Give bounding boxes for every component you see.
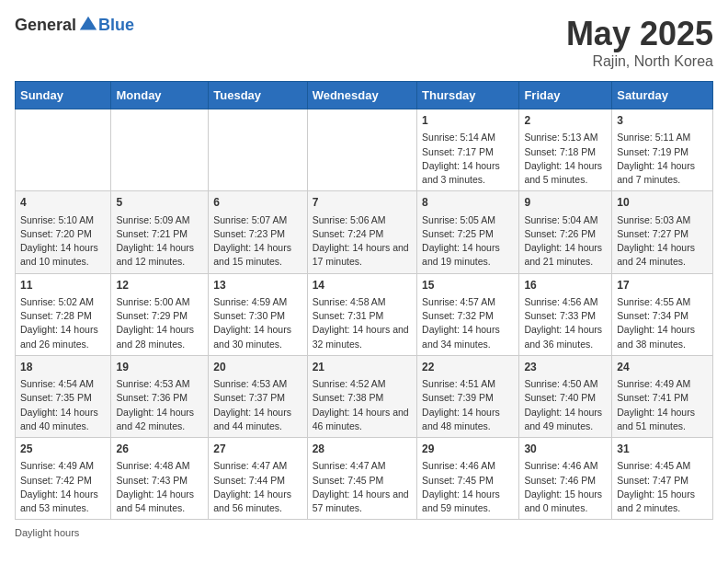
day-number: 5 [116, 195, 203, 211]
day-number: 23 [524, 360, 607, 375]
column-header-saturday: Saturday [612, 82, 713, 109]
calendar-cell: 27Sunrise: 4:47 AM Sunset: 7:44 PM Dayli… [209, 438, 307, 520]
day-info: Sunrise: 4:53 AM Sunset: 7:37 PM Dayligh… [213, 377, 301, 433]
location-title: Rajin, North Korea [566, 53, 713, 70]
logo-icon [78, 15, 98, 35]
calendar-cell: 20Sunrise: 4:53 AM Sunset: 7:37 PM Dayli… [209, 355, 307, 437]
day-info: Sunrise: 4:56 AM Sunset: 7:33 PM Dayligh… [524, 295, 607, 351]
calendar-table: SundayMondayTuesdayWednesdayThursdayFrid… [15, 81, 713, 520]
calendar-cell: 5Sunrise: 5:09 AM Sunset: 7:21 PM Daylig… [111, 191, 209, 273]
day-info: Sunrise: 4:49 AM Sunset: 7:41 PM Dayligh… [617, 377, 708, 433]
calendar-cell: 21Sunrise: 4:52 AM Sunset: 7:38 PM Dayli… [307, 355, 416, 437]
calendar-cell: 30Sunrise: 4:46 AM Sunset: 7:46 PM Dayli… [519, 438, 612, 520]
day-info: Sunrise: 5:09 AM Sunset: 7:21 PM Dayligh… [116, 213, 203, 270]
day-info: Sunrise: 4:58 AM Sunset: 7:31 PM Dayligh… [313, 295, 412, 351]
footer: Daylight hours [15, 527, 713, 538]
day-info: Sunrise: 5:05 AM Sunset: 7:25 PM Dayligh… [422, 213, 514, 270]
page-header: General Blue May 2025 Rajin, North Korea [15, 15, 713, 70]
day-number: 17 [617, 278, 708, 293]
calendar-cell: 14Sunrise: 4:58 AM Sunset: 7:31 PM Dayli… [307, 273, 416, 355]
day-number: 10 [617, 195, 708, 211]
day-info: Sunrise: 5:14 AM Sunset: 7:17 PM Dayligh… [422, 131, 514, 187]
calendar-week-row: 18Sunrise: 4:54 AM Sunset: 7:35 PM Dayli… [16, 355, 713, 437]
day-number: 11 [20, 278, 106, 293]
day-number: 31 [617, 442, 708, 457]
day-number: 9 [524, 195, 607, 211]
day-info: Sunrise: 4:45 AM Sunset: 7:47 PM Dayligh… [617, 459, 708, 515]
calendar-cell [307, 109, 416, 191]
calendar-cell: 2Sunrise: 5:13 AM Sunset: 7:18 PM Daylig… [519, 109, 612, 191]
day-number: 19 [116, 360, 203, 375]
calendar-cell: 9Sunrise: 5:04 AM Sunset: 7:26 PM Daylig… [519, 191, 612, 273]
calendar-cell: 23Sunrise: 4:50 AM Sunset: 7:40 PM Dayli… [519, 355, 612, 437]
day-info: Sunrise: 5:10 AM Sunset: 7:20 PM Dayligh… [20, 213, 106, 270]
calendar-week-row: 1Sunrise: 5:14 AM Sunset: 7:17 PM Daylig… [16, 109, 713, 191]
calendar-cell [111, 109, 209, 191]
day-number: 30 [524, 442, 607, 457]
calendar-cell [16, 109, 111, 191]
day-info: Sunrise: 5:04 AM Sunset: 7:26 PM Dayligh… [524, 213, 607, 270]
calendar-cell [209, 109, 307, 191]
calendar-cell: 12Sunrise: 5:00 AM Sunset: 7:29 PM Dayli… [111, 273, 209, 355]
calendar-cell: 19Sunrise: 4:53 AM Sunset: 7:36 PM Dayli… [111, 355, 209, 437]
day-number: 2 [524, 113, 607, 129]
calendar-cell: 7Sunrise: 5:06 AM Sunset: 7:24 PM Daylig… [307, 191, 416, 273]
calendar-cell: 18Sunrise: 4:54 AM Sunset: 7:35 PM Dayli… [16, 355, 111, 437]
svg-marker-0 [80, 17, 97, 30]
calendar-cell: 24Sunrise: 4:49 AM Sunset: 7:41 PM Dayli… [612, 355, 713, 437]
day-number: 26 [116, 442, 203, 457]
calendar-header-row: SundayMondayTuesdayWednesdayThursdayFrid… [16, 82, 713, 109]
month-title: May 2025 [566, 15, 713, 53]
day-info: Sunrise: 4:47 AM Sunset: 7:45 PM Dayligh… [313, 459, 412, 515]
day-number: 22 [422, 360, 514, 375]
calendar-cell: 22Sunrise: 4:51 AM Sunset: 7:39 PM Dayli… [417, 355, 519, 437]
calendar-cell: 4Sunrise: 5:10 AM Sunset: 7:20 PM Daylig… [16, 191, 111, 273]
day-info: Sunrise: 4:49 AM Sunset: 7:42 PM Dayligh… [20, 459, 106, 515]
logo: General Blue [15, 15, 134, 35]
day-number: 24 [617, 360, 708, 375]
day-number: 20 [213, 360, 301, 375]
day-number: 3 [617, 113, 708, 129]
day-info: Sunrise: 4:50 AM Sunset: 7:40 PM Dayligh… [524, 377, 607, 433]
calendar-week-row: 4Sunrise: 5:10 AM Sunset: 7:20 PM Daylig… [16, 191, 713, 273]
logo-blue-text: Blue [98, 16, 134, 35]
day-info: Sunrise: 4:55 AM Sunset: 7:34 PM Dayligh… [617, 295, 708, 351]
calendar-cell: 11Sunrise: 5:02 AM Sunset: 7:28 PM Dayli… [16, 273, 111, 355]
calendar-cell: 17Sunrise: 4:55 AM Sunset: 7:34 PM Dayli… [612, 273, 713, 355]
day-info: Sunrise: 5:03 AM Sunset: 7:27 PM Dayligh… [617, 213, 708, 270]
day-info: Sunrise: 4:46 AM Sunset: 7:46 PM Dayligh… [524, 459, 607, 515]
calendar-cell: 16Sunrise: 4:56 AM Sunset: 7:33 PM Dayli… [519, 273, 612, 355]
day-info: Sunrise: 5:00 AM Sunset: 7:29 PM Dayligh… [116, 295, 203, 351]
day-number: 1 [422, 113, 514, 129]
day-number: 12 [116, 278, 203, 293]
column-header-monday: Monday [111, 82, 209, 109]
day-number: 8 [422, 195, 514, 211]
day-number: 7 [313, 195, 412, 211]
day-info: Sunrise: 5:07 AM Sunset: 7:23 PM Dayligh… [213, 213, 301, 270]
day-info: Sunrise: 4:59 AM Sunset: 7:30 PM Dayligh… [213, 295, 301, 351]
day-info: Sunrise: 4:46 AM Sunset: 7:45 PM Dayligh… [422, 459, 514, 515]
day-info: Sunrise: 4:52 AM Sunset: 7:38 PM Dayligh… [313, 377, 412, 433]
day-number: 6 [213, 195, 301, 211]
calendar-cell: 15Sunrise: 4:57 AM Sunset: 7:32 PM Dayli… [417, 273, 519, 355]
calendar-cell: 6Sunrise: 5:07 AM Sunset: 7:23 PM Daylig… [209, 191, 307, 273]
day-number: 25 [20, 442, 106, 457]
calendar-week-row: 25Sunrise: 4:49 AM Sunset: 7:42 PM Dayli… [16, 438, 713, 520]
calendar-cell: 8Sunrise: 5:05 AM Sunset: 7:25 PM Daylig… [417, 191, 519, 273]
day-info: Sunrise: 4:48 AM Sunset: 7:43 PM Dayligh… [116, 459, 203, 515]
day-info: Sunrise: 4:47 AM Sunset: 7:44 PM Dayligh… [213, 459, 301, 515]
column-header-thursday: Thursday [417, 82, 519, 109]
day-number: 28 [313, 442, 412, 457]
calendar-cell: 28Sunrise: 4:47 AM Sunset: 7:45 PM Dayli… [307, 438, 416, 520]
day-info: Sunrise: 4:57 AM Sunset: 7:32 PM Dayligh… [422, 295, 514, 351]
day-number: 13 [213, 278, 301, 293]
day-number: 18 [20, 360, 106, 375]
daylight-label: Daylight hours [15, 527, 79, 538]
day-number: 15 [422, 278, 514, 293]
day-number: 4 [20, 195, 106, 211]
column-header-wednesday: Wednesday [307, 82, 416, 109]
calendar-cell: 29Sunrise: 4:46 AM Sunset: 7:45 PM Dayli… [417, 438, 519, 520]
column-header-sunday: Sunday [16, 82, 111, 109]
calendar-cell: 26Sunrise: 4:48 AM Sunset: 7:43 PM Dayli… [111, 438, 209, 520]
day-info: Sunrise: 4:54 AM Sunset: 7:35 PM Dayligh… [20, 377, 106, 433]
